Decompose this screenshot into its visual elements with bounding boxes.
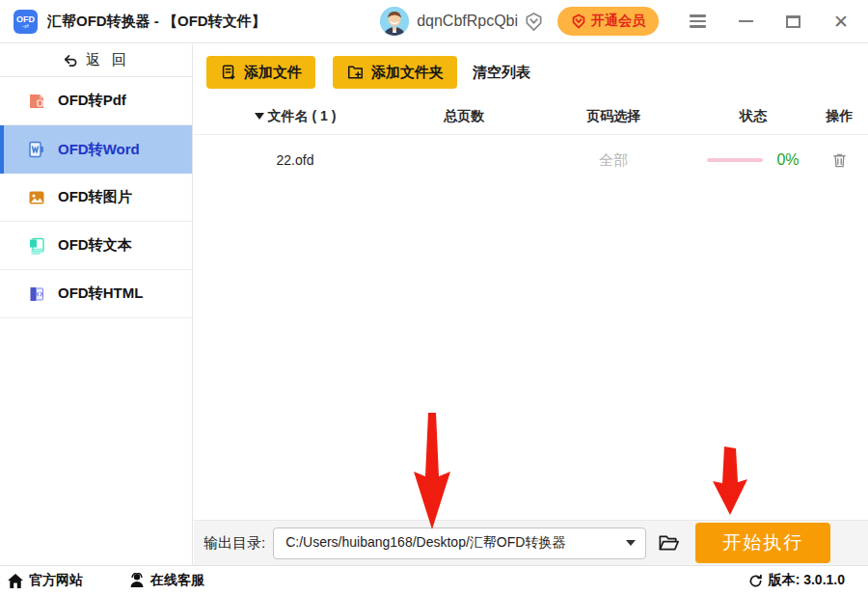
version-text: 版本: 3.0.1.0 <box>769 572 845 589</box>
status-bar: 官方网站 在线客服 版本: 3.0.1.0 <box>0 565 868 595</box>
membership-badge-icon <box>571 14 586 29</box>
start-button[interactable]: 开始执行 <box>695 523 830 563</box>
trash-icon <box>831 151 848 169</box>
minimize-button[interactable] <box>739 20 753 22</box>
add-file-icon <box>220 64 237 81</box>
sidebar-item-label: OFD转文本 <box>58 236 132 255</box>
sidebar-item-ofd-to-text[interactable]: OFD转文本 <box>0 222 192 270</box>
image-file-icon <box>27 188 46 207</box>
sidebar-item-ofd-to-word[interactable]: OFD转Word <box>0 125 192 174</box>
progress-bar <box>707 158 763 162</box>
main-panel: 添加文件 添加文件夹 清空列表 文件名 ( 1 ) 总页数 页码选择 状态 操作… <box>194 44 868 565</box>
add-file-button[interactable]: 添加文件 <box>206 56 315 89</box>
chevron-down-icon <box>626 540 636 546</box>
member-badge-icon[interactable] <box>524 12 544 32</box>
sidebar-item-label: OFD转图片 <box>58 188 132 206</box>
column-header-filename[interactable]: 文件名 ( 1 ) <box>194 108 396 125</box>
word-file-icon <box>27 140 46 159</box>
add-folder-label: 添加文件夹 <box>371 64 444 82</box>
column-header-page-select: 页码选择 <box>531 108 695 125</box>
column-header-total-pages: 总页数 <box>396 108 531 125</box>
window-controls: ✕ <box>706 13 849 31</box>
browse-folder-button[interactable] <box>658 533 680 553</box>
text-file-icon <box>27 236 46 256</box>
column-header-status: 状态 <box>695 108 811 125</box>
add-file-label: 添加文件 <box>244 64 302 82</box>
username: dqnCbfRpcQbi <box>417 13 518 30</box>
delete-row-button[interactable] <box>811 151 868 169</box>
sidebar-item-label: OFD转Word <box>58 141 140 159</box>
table-header: 文件名 ( 1 ) 总页数 页码选择 状态 操作 <box>194 98 868 135</box>
refresh-icon[interactable] <box>748 574 763 588</box>
sidebar-item-ofd-to-pdf[interactable]: OFD转Pdf <box>0 77 192 125</box>
sort-desc-icon <box>255 113 264 120</box>
support-agent-icon <box>129 573 145 588</box>
app-logo-decoration: -⇄ <box>22 24 29 28</box>
column-header-action: 操作 <box>811 108 868 125</box>
pdf-file-icon <box>27 92 46 111</box>
sidebar: 返 回 OFD转Pdf OFD转Word <box>0 44 193 565</box>
output-dir-label: 输出目录: <box>203 534 265 553</box>
close-button[interactable]: ✕ <box>833 13 849 31</box>
cell-status: 0% <box>695 151 811 169</box>
app-logo-icon: OFD -⇄ <box>14 10 38 34</box>
sidebar-item-label: OFD转HTML <box>58 284 143 303</box>
table-row: 22.ofd 全部 0% <box>194 135 868 185</box>
home-icon <box>8 574 23 588</box>
maximize-button[interactable] <box>786 15 800 28</box>
open-membership-button[interactable]: 开通会员 <box>557 7 659 36</box>
back-label: 返 回 <box>86 51 130 69</box>
output-path-value: C:/Users/huibang168/Desktop/汇帮OFD转换器 <box>285 534 620 552</box>
titlebar-right: dqnCbfRpcQbi 开通会员 ✕ <box>380 7 849 36</box>
version-info: 版本: 3.0.1.0 <box>748 572 845 589</box>
add-folder-icon <box>346 64 365 81</box>
sidebar-item-label: OFD转Pdf <box>58 92 126 110</box>
sidebar-item-ofd-to-html[interactable]: OFD转HTML <box>0 270 192 318</box>
open-membership-label: 开通会员 <box>591 13 645 30</box>
title-bar: OFD -⇄ 汇帮OFD转换器 - 【OFD转文件】 dqnCbfRpcQbi <box>0 0 868 43</box>
user-avatar[interactable] <box>380 7 409 36</box>
official-site-link[interactable]: 官方网站 <box>8 572 83 589</box>
cell-page-select[interactable]: 全部 <box>531 151 695 170</box>
output-path-select[interactable]: C:/Users/huibang168/Desktop/汇帮OFD转换器 <box>273 527 646 559</box>
progress-percent: 0% <box>776 151 799 169</box>
html-file-icon <box>27 284 46 304</box>
back-arrow-icon <box>62 52 78 68</box>
online-support-link[interactable]: 在线客服 <box>129 572 204 589</box>
cell-filename: 22.ofd <box>194 152 396 168</box>
hamburger-menu-icon[interactable] <box>690 14 706 27</box>
window-title: 汇帮OFD转换器 - 【OFD转文件】 <box>47 13 266 31</box>
folder-icon <box>658 533 680 553</box>
toolbar: 添加文件 添加文件夹 清空列表 <box>194 44 868 98</box>
add-folder-button[interactable]: 添加文件夹 <box>333 56 457 89</box>
sidebar-item-ofd-to-image[interactable]: OFD转图片 <box>0 174 192 222</box>
app-window: OFD -⇄ 汇帮OFD转换器 - 【OFD转文件】 dqnCbfRpcQbi <box>0 0 868 595</box>
output-bar: 输出目录: C:/Users/huibang168/Desktop/汇帮OFD转… <box>194 520 868 565</box>
back-button[interactable]: 返 回 <box>0 44 192 77</box>
clear-list-button[interactable]: 清空列表 <box>473 64 530 82</box>
